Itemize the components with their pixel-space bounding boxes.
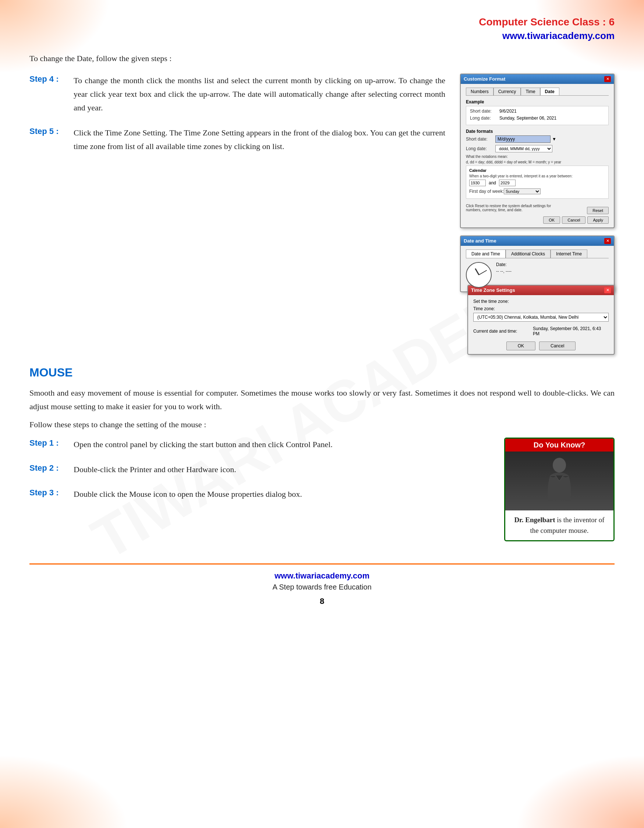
customize-format-dialog: Customize Format ✕ Numbers Currency Time…: [460, 74, 614, 228]
cf-tabs: Numbers Currency Time Date: [466, 88, 609, 96]
cf-notation-label: What the notations mean:: [466, 155, 609, 158]
cf-calendar-label: Calendar: [469, 168, 605, 172]
dt-title: Date and Time: [464, 238, 497, 244]
dt-date-value: -- --, ----: [496, 269, 609, 274]
mouse-step1-label: Step 1 :: [30, 438, 66, 451]
cf-tab-currency[interactable]: Currency: [494, 88, 521, 95]
cf-ok-btn[interactable]: OK: [543, 216, 560, 224]
cf-short-date-value: 9/6/2021: [499, 108, 517, 114]
dt-tabs: Date and Time Additional Clocks Internet…: [466, 249, 609, 258]
tz-zone-label: Time zone:: [473, 306, 609, 311]
cf-example-box: Short date: 9/6/2021 Long date: Sunday, …: [466, 106, 609, 125]
footer: www.tiwariacademy.com A Step towards fre…: [30, 563, 614, 606]
dt-tab-datetime[interactable]: Date and Time: [466, 249, 506, 258]
header-url: www.tiwariacademy.com: [30, 29, 614, 42]
dt-titlebar: Date and Time ✕: [461, 236, 614, 246]
dt-close-btn[interactable]: ✕: [604, 238, 611, 244]
step5-label: Step 5 :: [30, 126, 66, 154]
doyouknow-col: Do You Know?: [504, 438, 614, 541]
cf-year-from-input[interactable]: [469, 180, 486, 186]
footer-tagline: A Step towards free Education: [30, 583, 614, 591]
dyk-box: Do You Know?: [504, 438, 614, 541]
dt-date-label: Date:: [496, 262, 609, 267]
mouse-step3-label: Step 3 :: [30, 487, 66, 501]
tz-ok-btn[interactable]: OK: [506, 342, 536, 350]
dyk-text: Dr. Engelbart is the inventor of the com…: [505, 510, 613, 540]
intro-text: To change the Date, follow the given ste…: [30, 54, 614, 63]
cf-short-date-input[interactable]: [495, 135, 550, 143]
mouse-step3-block: Step 3 : Double click the Mouse icon to …: [30, 487, 489, 501]
tz-cancel-btn[interactable]: Cancel: [539, 342, 575, 350]
mouse-step2-text: Double-click the Printer and other Hardw…: [74, 463, 236, 476]
cf-calendar-help: When a two-digit year is entered, interp…: [469, 174, 605, 178]
dt-tz-container: Date and Time ✕ Date and Time Additional…: [460, 235, 614, 355]
dt-right: Date: -- --, ----: [496, 262, 609, 274]
cf-long-date-label: Long date:: [470, 116, 499, 121]
header-title: Computer Science Class : 6: [30, 15, 614, 29]
dt-tab-additional[interactable]: Additional Clocks: [506, 249, 550, 258]
dt-clock: [466, 262, 492, 288]
cf-first-day-select[interactable]: Sunday: [504, 188, 541, 194]
header: Computer Science Class : 6 www.tiwariaca…: [30, 15, 614, 43]
cf-date-formats-title: Date formats: [466, 129, 609, 134]
person-silhouette: [543, 457, 576, 505]
mouse-step2-label: Step 2 :: [30, 463, 66, 476]
step5-block: Step 5 : Click the Time Zone Setting. Th…: [30, 126, 445, 154]
mouse-steps-col: Step 1 : Open the control panel by click…: [30, 438, 489, 541]
tz-btns: OK Cancel: [473, 342, 609, 350]
cf-first-day-label: First day of week:: [469, 189, 504, 194]
timezone-dialog: Time Zone Settings ✕ Set the time zone: …: [467, 285, 614, 355]
mouse-section: MOUSE Smooth and easy movement of mouse …: [30, 366, 614, 542]
cf-calendar-section: Calendar When a two-digit year is entere…: [466, 166, 609, 199]
customize-format-title: Customize Format: [464, 76, 505, 82]
cf-cancel-btn[interactable]: Cancel: [562, 216, 586, 224]
dyk-header: Do You Know?: [505, 439, 613, 452]
customize-format-titlebar: Customize Format ✕: [461, 74, 614, 84]
tz-current-label: Current date and time:: [473, 329, 528, 334]
step4-label: Step 4 :: [30, 74, 66, 115]
cf-short-date-label: Short date:: [470, 108, 499, 114]
svg-point-0: [553, 458, 566, 472]
cf-reset-btn[interactable]: Reset: [587, 207, 609, 214]
tz-close-btn[interactable]: ✕: [604, 287, 611, 293]
cf-long-date-select[interactable]: dddd, MMMM dd, yyyy: [495, 145, 552, 152]
cf-footer-text: Click Reset to restore the system defaul…: [466, 204, 562, 212]
date-time-dialog: Date and Time ✕ Date and Time Additional…: [460, 235, 614, 292]
mouse-steps-area: Step 1 : Open the control panel by click…: [30, 438, 614, 541]
cf-tab-date[interactable]: Date: [540, 88, 559, 95]
cf-dialog-btns: OK Cancel Apply: [466, 216, 609, 224]
step5-text: Click the Time Zone Setting. The Time Zo…: [74, 126, 445, 154]
cf-year-and: and: [489, 180, 496, 185]
page-number: 8: [30, 596, 614, 606]
step4-text: To change the month click the months lis…: [74, 74, 445, 115]
cf-df-long-label: Long date:: [466, 146, 495, 151]
dt-body: Date and Time Additional Clocks Internet…: [461, 246, 614, 292]
tz-title: Time Zone Settings: [471, 287, 515, 293]
customize-format-body: Numbers Currency Time Date Example Short…: [461, 84, 614, 227]
dt-content: Date: -- --, ----: [466, 262, 609, 288]
mouse-step1-block: Step 1 : Open the control panel by click…: [30, 438, 489, 451]
tz-current-value: Sunday, September 06, 2021, 6:43 PM: [533, 326, 609, 336]
cf-example-title: Example: [466, 99, 609, 105]
customize-format-close-btn[interactable]: ✕: [604, 76, 611, 82]
cf-df-short-label: Short date:: [466, 136, 495, 142]
mouse-step1-text: Open the control panel by clicking the s…: [74, 438, 333, 451]
cf-apply-btn[interactable]: Apply: [587, 216, 609, 224]
mouse-step3-text: Double click the Mouse icon to open the …: [74, 487, 302, 501]
dt-tab-internet[interactable]: Internet Time: [550, 249, 587, 258]
dyk-image: [505, 452, 613, 510]
tz-zone-select[interactable]: (UTC+05:30) Chennai, Kolkata, Mumbai, Ne…: [473, 313, 609, 321]
cf-tab-time[interactable]: Time: [521, 88, 540, 95]
step4-block: Step 4 : To change the month click the m…: [30, 74, 445, 115]
mouse-heading: MOUSE: [30, 366, 614, 380]
cf-tab-numbers[interactable]: Numbers: [466, 88, 494, 95]
mouse-step2-block: Step 2 : Double-click the Printer and ot…: [30, 463, 489, 476]
cf-notation-text: d, dd = day; ddd, dddd = day of week; M …: [466, 160, 609, 164]
tz-set-zone-text: Set the time zone:: [473, 299, 609, 304]
mouse-follow-text: Follow these steps to change the setting…: [30, 420, 614, 430]
footer-url: www.tiwariacademy.com: [30, 571, 614, 581]
tz-current-row: Current date and time: Sunday, September…: [473, 326, 609, 336]
tz-titlebar: Time Zone Settings ✕: [468, 285, 614, 295]
cf-year-to-input[interactable]: [499, 180, 516, 186]
mouse-intro: Smooth and easy movement of mouse is ess…: [30, 386, 614, 414]
